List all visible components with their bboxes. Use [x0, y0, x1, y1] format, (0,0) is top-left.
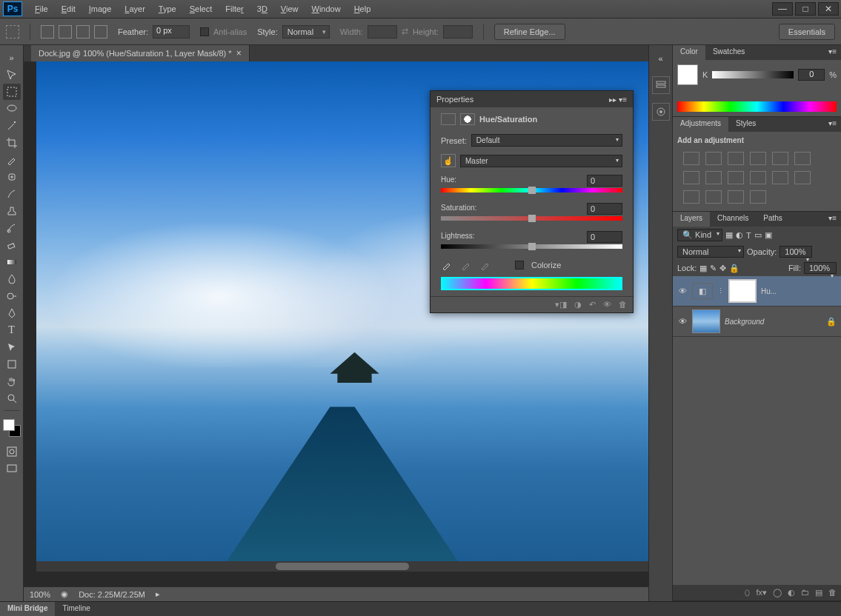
menu-file[interactable]: File	[28, 1, 55, 16]
adj-exposure-icon[interactable]	[750, 152, 766, 165]
filter-smart-icon[interactable]: ▣	[765, 230, 772, 240]
color-k-slider[interactable]	[712, 71, 794, 78]
lock-all-icon[interactable]: 🔒	[729, 264, 739, 273]
saturation-slider[interactable]	[441, 216, 622, 224]
tab-color[interactable]: Color	[673, 45, 705, 60]
new-fill-adjust-icon[interactable]: ◐	[788, 588, 795, 597]
feather-input[interactable]: 0 px	[153, 25, 190, 38]
properties-titlebar[interactable]: Properties ▸▸ ▾≡	[431, 91, 633, 107]
brush-tool[interactable]	[3, 186, 21, 202]
layer-filter-kind[interactable]: 🔍 Kind	[677, 229, 722, 241]
layer-fx-icon[interactable]: fx▾	[756, 588, 767, 597]
preset-select[interactable]: Default	[471, 134, 622, 147]
collapse-panel-icon[interactable]: ▸▸ ▾≡	[609, 96, 627, 104]
move-tool[interactable]	[3, 67, 21, 83]
character-panel-icon[interactable]	[652, 103, 670, 121]
opacity-input[interactable]: 100%	[779, 246, 812, 258]
menu-select[interactable]: Select	[183, 1, 219, 16]
adj-huesat-icon[interactable]	[794, 152, 811, 165]
properties-panel[interactable]: Properties ▸▸ ▾≡ Hue/Saturation Preset: …	[430, 90, 634, 313]
gradient-tool[interactable]	[3, 254, 21, 270]
panel-menu-icon[interactable]: ▾≡	[824, 117, 841, 132]
hue-range-spectrum[interactable]	[441, 277, 622, 290]
layer-name[interactable]: Background	[725, 318, 822, 326]
lasso-tool[interactable]	[3, 101, 21, 117]
adj-vibrance-icon[interactable]	[772, 152, 788, 165]
type-tool[interactable]: T	[3, 322, 21, 338]
adj-channelmixer-icon[interactable]	[750, 171, 766, 184]
menu-filter[interactable]: Filter	[219, 1, 250, 16]
delete-layer-icon[interactable]: 🗑	[828, 588, 837, 597]
path-select-tool[interactable]	[3, 339, 21, 355]
menu-window[interactable]: Window	[305, 1, 348, 16]
screenmode-tool[interactable]	[3, 461, 21, 477]
minimize-button[interactable]: —	[772, 2, 793, 16]
lightness-value[interactable]: 0	[587, 231, 622, 243]
hue-slider[interactable]	[441, 188, 622, 195]
channel-select[interactable]: Master	[460, 155, 622, 167]
adj-selectivecolor-icon[interactable]	[750, 190, 766, 204]
menu-view[interactable]: View	[274, 1, 305, 16]
adj-colorbalance-icon[interactable]	[683, 171, 699, 184]
shape-tool[interactable]	[3, 356, 21, 372]
lock-pixels-icon[interactable]: ✎	[710, 264, 717, 273]
menu-help[interactable]: Help	[348, 1, 378, 16]
menu-image[interactable]: Image	[82, 1, 119, 16]
selection-add-icon[interactable]	[59, 25, 72, 38]
lightness-slider[interactable]	[441, 244, 622, 252]
filter-pixel-icon[interactable]: ▦	[725, 230, 733, 240]
blur-tool[interactable]	[3, 271, 21, 287]
tab-paths[interactable]: Paths	[756, 212, 790, 227]
filter-type-icon[interactable]: T	[746, 231, 751, 240]
eraser-tool[interactable]	[3, 237, 21, 253]
maximize-button[interactable]: □	[795, 2, 816, 16]
toggle-visibility-icon[interactable]: 👁	[603, 300, 611, 309]
adj-brightness-icon[interactable]	[683, 152, 699, 165]
targeted-adjust-icon[interactable]: ☝	[441, 154, 456, 167]
new-group-icon[interactable]: 🗀	[801, 588, 809, 597]
tab-styles[interactable]: Styles	[728, 117, 763, 132]
expand-dock-icon[interactable]: «	[652, 50, 670, 67]
layer-mask-thumb[interactable]	[728, 279, 757, 303]
pen-tool[interactable]	[3, 305, 21, 321]
foreground-background-colors[interactable]	[3, 419, 21, 437]
menu-edit[interactable]: Edit	[55, 1, 82, 16]
panel-menu-icon[interactable]: ▾≡	[824, 212, 841, 227]
selection-subtract-icon[interactable]	[76, 25, 90, 38]
layer-thumb[interactable]	[692, 309, 720, 333]
color-k-value[interactable]: 0	[798, 69, 825, 81]
tab-minibridge[interactable]: Mini Bridge	[0, 602, 55, 616]
layer-row-huesat[interactable]: 👁 ◧ ⋮ Hu...	[673, 276, 841, 307]
stamp-tool[interactable]	[3, 203, 21, 219]
filter-adjust-icon[interactable]: ◐	[736, 230, 743, 240]
link-layers-icon[interactable]: ⬯	[745, 588, 750, 597]
dodge-tool[interactable]	[3, 288, 21, 304]
expand-toolbox-icon[interactable]: »	[3, 50, 21, 66]
zoom-tool[interactable]	[3, 390, 21, 406]
menu-layer[interactable]: Layer	[118, 1, 152, 16]
filter-shape-icon[interactable]: ▭	[754, 230, 762, 240]
tab-layers[interactable]: Layers	[673, 212, 710, 227]
adj-threshold-icon[interactable]	[705, 190, 722, 204]
adj-curves-icon[interactable]	[728, 152, 744, 165]
history-brush-tool[interactable]	[3, 220, 21, 236]
quickmask-tool[interactable]	[3, 443, 21, 460]
selection-new-icon[interactable]	[41, 25, 54, 38]
healing-tool[interactable]	[3, 169, 21, 185]
horizontal-scrollbar[interactable]	[36, 561, 648, 572]
saturation-value[interactable]: 0	[587, 203, 622, 215]
style-select[interactable]: Normal	[282, 25, 330, 38]
layer-row-background[interactable]: 👁 Background 🔒	[673, 307, 841, 337]
visibility-toggle-icon[interactable]: 👁	[677, 287, 688, 295]
history-panel-icon[interactable]	[652, 76, 670, 94]
adj-invert-icon[interactable]	[794, 171, 811, 184]
crop-tool[interactable]	[3, 135, 21, 151]
color-swatch[interactable]	[677, 64, 698, 85]
lock-trans-icon[interactable]: ▦	[699, 264, 707, 273]
layer-mask-icon[interactable]: ◯	[773, 588, 782, 597]
fill-input[interactable]: 100%	[804, 262, 837, 274]
eyedropper-add-icon[interactable]	[460, 259, 472, 271]
color-spectrum[interactable]	[677, 101, 837, 112]
tab-channels[interactable]: Channels	[710, 212, 756, 227]
wand-tool[interactable]	[3, 118, 21, 134]
